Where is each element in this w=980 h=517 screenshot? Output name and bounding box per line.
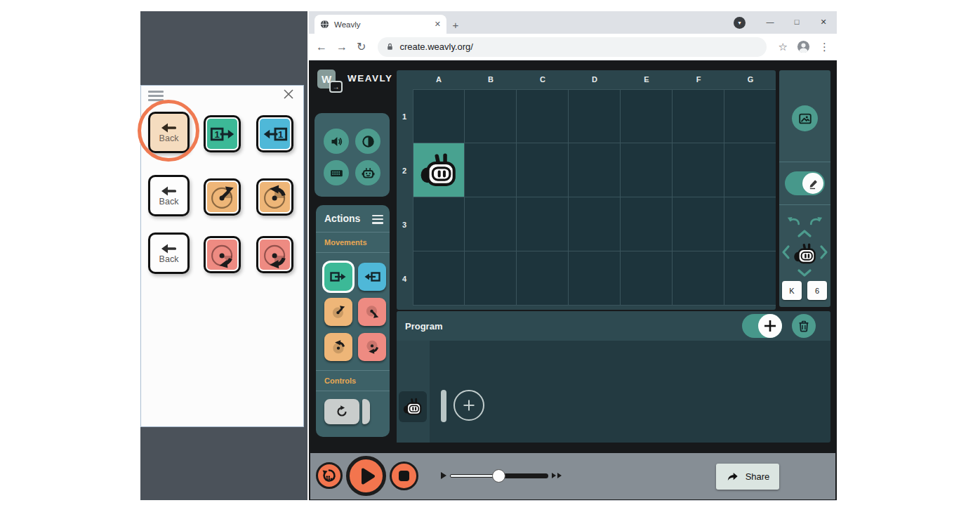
kebab-menu-icon[interactable]: ⋮ [819, 41, 830, 53]
profile-chip-icon[interactable]: ▾ [734, 17, 746, 29]
robot-character [793, 241, 818, 266]
chevron-down-icon [797, 268, 812, 277]
movement-turn-left-45-button[interactable] [324, 298, 352, 326]
bookmark-star-icon[interactable]: ☆ [779, 41, 788, 53]
loop-control-button[interactable] [324, 399, 371, 424]
forward-one-button[interactable]: 1 [204, 115, 241, 152]
robot-character [402, 396, 423, 417]
actions-menu-icon[interactable] [372, 215, 383, 226]
globe-icon [320, 20, 329, 29]
audio-button[interactable] [324, 129, 349, 154]
movement-turn-right-90-button[interactable] [358, 333, 386, 361]
delete-program-button[interactable] [792, 314, 816, 338]
move-down-button[interactable] [797, 268, 812, 277]
new-tab-button[interactable]: + [446, 15, 465, 34]
slider-track[interactable] [450, 469, 548, 483]
stop-button[interactable] [390, 462, 418, 490]
tab-title: Weavly [334, 20, 430, 29]
maximize-button[interactable]: □ [783, 13, 810, 31]
world-cell-A3 [413, 197, 465, 251]
redo-button[interactable] [809, 215, 823, 225]
minimize-button[interactable]: — [757, 13, 783, 31]
world-cell-F2 [673, 143, 724, 197]
world-column-label: C [517, 75, 569, 84]
play-button[interactable] [346, 456, 386, 496]
reload-icon[interactable]: ↻ [357, 41, 366, 53]
contrast-button[interactable] [355, 129, 380, 154]
background-button[interactable] [792, 105, 818, 131]
back-button-label: Back [159, 255, 179, 264]
world-column-label: E [621, 75, 673, 84]
move-left-button[interactable] [781, 244, 790, 260]
logo-arrow-icon: → [329, 81, 343, 93]
character-button[interactable] [355, 160, 380, 185]
actions-title: Actions [324, 213, 360, 224]
add-action-button[interactable] [742, 314, 782, 338]
turn-left-90-button[interactable] [256, 178, 293, 216]
pencil-icon [807, 178, 819, 190]
program-add-step-button[interactable] [453, 390, 484, 421]
turn-left-45-button[interactable] [204, 178, 241, 216]
world-cell-E1 [621, 89, 673, 143]
share-icon [726, 470, 739, 483]
back-button[interactable]: Back [148, 233, 190, 274]
replay-icon [321, 467, 338, 484]
world-cell-D2 [569, 143, 621, 197]
movement-backward-button[interactable] [358, 263, 386, 291]
avatar-icon[interactable] [797, 40, 810, 53]
world-column-label: G [724, 75, 776, 84]
image-icon [797, 111, 813, 126]
back-arrow-icon [160, 185, 178, 197]
turn-left-90-icon [329, 338, 347, 356]
turn-right-90-icon [363, 338, 381, 356]
backward-one-button[interactable]: 1 [256, 115, 293, 152]
back-button-label: Back [159, 197, 179, 207]
chevron-left-icon [781, 244, 790, 260]
weavly-logo: W → WEAVLY [317, 70, 402, 98]
backward-one-icon: 1 [262, 123, 289, 145]
position-column-button[interactable]: K [782, 281, 802, 300]
keyboard-button[interactable] [324, 160, 349, 185]
world-cell-B1 [465, 89, 517, 143]
world-cell-F4 [673, 251, 724, 306]
world-row-label: 2 [397, 166, 412, 175]
world-cell-G3 [724, 197, 776, 251]
world-cell-C1 [517, 89, 569, 143]
window-close-button[interactable]: ✕ [810, 13, 837, 31]
share-button[interactable]: Share [716, 464, 779, 490]
undo-button[interactable] [786, 215, 800, 225]
svg-text:1: 1 [214, 129, 220, 140]
move-right-button[interactable] [819, 244, 828, 260]
world-row-label: 1 [397, 112, 412, 121]
contrast-icon [361, 134, 376, 149]
plus-icon [462, 398, 476, 412]
slider-thumb[interactable] [492, 469, 505, 483]
pen-toggle[interactable] [785, 171, 825, 195]
nav-back-icon[interactable]: ← [316, 41, 327, 53]
move-up-button[interactable] [797, 229, 812, 238]
replay-button[interactable] [316, 462, 343, 489]
movement-turn-right-45-button[interactable] [358, 298, 386, 326]
program-character-button[interactable] [399, 391, 427, 422]
url-bar[interactable]: create.weavly.org/ [378, 37, 766, 57]
speaker-icon [329, 134, 344, 149]
nav-forward-icon[interactable]: → [336, 41, 347, 53]
movements-label: Movements [324, 238, 367, 247]
speed-slider[interactable] [441, 469, 562, 483]
browser-tab[interactable]: Weavly ✕ [314, 15, 446, 34]
world-cell-E2 [621, 143, 673, 197]
position-row-button[interactable]: 6 [807, 281, 827, 300]
world-cell-A2 [413, 143, 465, 197]
back-button[interactable]: Back [148, 175, 190, 216]
movement-turn-left-90-button[interactable] [324, 333, 352, 361]
turn-right-45-button[interactable] [204, 236, 241, 273]
turn-right-90-button[interactable] [256, 236, 293, 273]
world-cell-F1 [673, 89, 724, 143]
play-icon [356, 466, 377, 487]
world-cell-G2 [724, 143, 776, 197]
tab-close-icon[interactable]: ✕ [435, 20, 441, 29]
close-icon[interactable] [283, 89, 296, 101]
forward-icon [329, 269, 347, 284]
movement-forward-button[interactable] [324, 263, 352, 291]
world-cell-E3 [621, 197, 673, 251]
